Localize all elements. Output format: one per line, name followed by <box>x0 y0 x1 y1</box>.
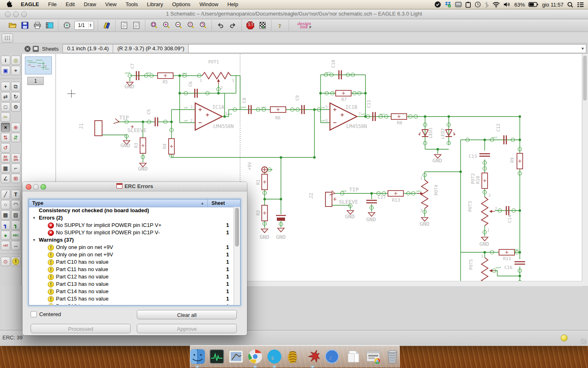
component-r6[interactable]: R6 <box>270 107 286 121</box>
erc-row[interactable]: Consistency not checked (no board loaded… <box>29 207 234 214</box>
component-r3[interactable]: R3GND <box>134 138 148 172</box>
dock-mail[interactable] <box>228 348 244 365</box>
menu-view[interactable]: View <box>101 0 121 9</box>
erc-row-errors-group[interactable]: ▼Errors (2) <box>29 214 234 222</box>
dock-itunes[interactable]: ♪ <box>324 348 340 365</box>
save-button[interactable] <box>20 20 30 30</box>
centered-checkbox[interactable]: Centered <box>31 311 61 317</box>
apple-menu[interactable] <box>0 1 16 9</box>
component-r11[interactable]: R11 <box>499 249 514 261</box>
component-c11[interactable]: C11 <box>366 100 375 121</box>
component-c9[interactable]: C9 <box>295 95 304 114</box>
designlink-button[interactable]: design link ▼ <box>293 20 316 30</box>
dock-skype[interactable]: S <box>266 348 283 365</box>
tool-show[interactable]: ◎ <box>11 56 20 65</box>
processed-button[interactable]: Processed <box>31 324 131 333</box>
zoom-out-button[interactable] <box>174 20 183 30</box>
tool-delete[interactable]: × <box>1 123 10 132</box>
erc-check-button[interactable] <box>258 20 267 30</box>
grid-button[interactable] <box>2 34 13 43</box>
erc-table-header[interactable]: Type ▲ Sheet <box>29 200 240 207</box>
tool-polygon[interactable]: ▨ <box>11 210 20 220</box>
menu-draw[interactable]: Draw <box>79 0 100 9</box>
component-c6[interactable]: C6 <box>188 81 197 98</box>
undo-button[interactable] <box>216 20 225 30</box>
bluetooth-icon[interactable] <box>485 2 489 8</box>
menu-file[interactable]: File <box>44 0 61 9</box>
tool-rect[interactable]: ▩ <box>1 210 10 220</box>
component-c14[interactable]: C14 <box>506 206 512 223</box>
notification-center-icon[interactable] <box>577 2 584 7</box>
menubar-clock[interactable]: gio 11:57 <box>542 2 564 8</box>
tool-group[interactable]: □ <box>1 102 10 112</box>
tool-add[interactable]: ⊕ <box>11 123 20 132</box>
tool-cut[interactable]: ✂ <box>1 112 10 122</box>
erc-row[interactable]: ✕No SUPPLY for implicit POWER pin IC1P V… <box>29 222 234 229</box>
tool-copy[interactable]: ⧉ <box>11 82 20 91</box>
command-bar[interactable]: ▼ <box>188 44 586 53</box>
command-input[interactable] <box>189 45 579 52</box>
dock-finder[interactable] <box>189 348 206 365</box>
tool-gateswap[interactable]: ⇵ <box>11 133 20 142</box>
dock-documents[interactable] <box>346 348 362 365</box>
tool-smash[interactable]: ▦ <box>1 164 10 173</box>
tool-mark[interactable]: ⌖ <box>11 66 20 75</box>
dock-trash[interactable] <box>384 348 401 365</box>
erc-row[interactable]: !Part C16 has no value1 <box>29 303 234 305</box>
dock-chrome[interactable] <box>247 348 263 365</box>
tool-bus[interactable]: ┓ <box>1 220 10 230</box>
erc-row[interactable]: ✕No SUPPLY for implicit POWER pin IC1P V… <box>29 229 234 236</box>
zoom-select-button[interactable] <box>186 20 196 30</box>
component-pot1[interactable]: POT1 1 3 2 <box>200 59 234 90</box>
menu-options[interactable]: Options <box>168 0 195 9</box>
window-titlebar[interactable]: 1 Schematic – /Users/germanopanico/Docum… <box>0 9 588 19</box>
detach-tab-icon[interactable] <box>33 46 39 52</box>
command-dropdown-icon[interactable]: ▼ <box>579 45 586 52</box>
component-j2[interactable]: J2 TIP SLEEVE GND <box>308 186 359 220</box>
component-j1[interactable]: J1 TIP SLEEVE <box>78 114 147 136</box>
column-sheet[interactable]: Sheet <box>212 200 225 207</box>
tool-mirror[interactable]: ⇄ <box>1 92 10 101</box>
stop-button[interactable]: STOP <box>245 20 255 30</box>
erc-row[interactable]: !Part C15 has no value1 <box>29 295 234 303</box>
component-r7[interactable]: R7 <box>336 90 351 102</box>
dock-eagle[interactable] <box>305 348 321 365</box>
component-c16[interactable]: C16 <box>504 262 525 270</box>
tool-errors[interactable]: ! <box>11 257 20 266</box>
component-r1[interactable]: R1 <box>256 174 267 190</box>
menu-window[interactable]: Window <box>195 0 223 9</box>
scrollbar-thumb[interactable] <box>235 208 239 247</box>
component-r5[interactable]: R5 <box>158 73 173 85</box>
todo-check-icon[interactable] <box>434 1 441 8</box>
tool-junction[interactable]: ● <box>1 231 10 240</box>
sheet-select[interactable]: 1/1 ▲▼ <box>74 21 94 30</box>
tool-name[interactable]: R2 10k <box>1 153 10 163</box>
dock-stuffit[interactable] <box>285 348 302 365</box>
time-machine-icon[interactable] <box>474 1 481 8</box>
column-type[interactable]: Type <box>32 200 43 207</box>
column-divider[interactable] <box>207 200 208 207</box>
canvas-vertical-scrollbar[interactable] <box>582 54 588 286</box>
use-library-button[interactable] <box>102 20 111 30</box>
net-gnd-j1[interactable]: GND <box>120 141 130 148</box>
menu-edit[interactable]: Edit <box>61 0 79 9</box>
component-vcc[interactable]: +9V <box>247 162 267 173</box>
battery-icon[interactable] <box>528 2 538 7</box>
component-bias-cap[interactable]: GND <box>276 215 286 240</box>
component-pot4[interactable]: POT4 1 3 GND <box>417 176 439 227</box>
export-image-button[interactable] <box>45 20 54 30</box>
run-ulp-button[interactable]: ULP <box>131 20 141 30</box>
sheet-thumbnail[interactable] <box>25 56 52 74</box>
zoom-in-button[interactable] <box>161 20 171 30</box>
tool-value[interactable]: R2 10k <box>11 153 20 163</box>
tool-attribute[interactable]: >AT <box>1 241 10 250</box>
tool-arc[interactable]: ◠ <box>11 200 20 209</box>
component-led1[interactable]: LED1 <box>419 128 433 139</box>
zoom-fit-button[interactable] <box>149 20 159 30</box>
component-r13[interactable]: R13 <box>388 191 403 203</box>
close-sheets-tab-icon[interactable]: ✕ <box>24 46 31 52</box>
tool-move[interactable]: + <box>1 82 10 91</box>
wifi-icon[interactable] <box>492 2 500 7</box>
volume-icon[interactable] <box>503 2 510 7</box>
tool-pinswap[interactable]: ⇅ <box>1 133 10 142</box>
